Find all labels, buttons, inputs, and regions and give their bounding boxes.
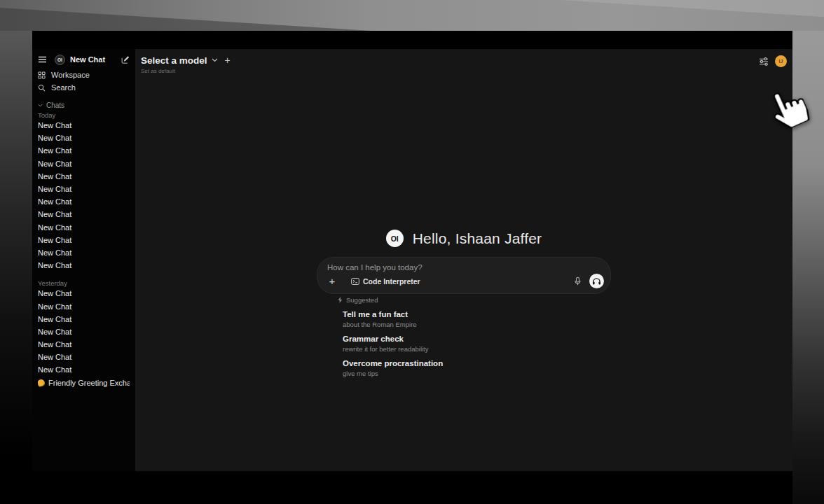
chat-item[interactable]: New Chat	[38, 338, 130, 351]
desktop-background-left	[0, 31, 32, 504]
message-composer[interactable]: + Code Interpreter	[317, 257, 611, 294]
app-logo-large: OI	[386, 230, 404, 247]
suggested-prompt-subtitle: rewrite it for better readability	[343, 345, 611, 353]
new-chat-icon[interactable]	[121, 55, 130, 64]
suggested-header: Suggested	[338, 296, 611, 304]
chats-section-toggle[interactable]: Chats	[38, 101, 130, 109]
greeting: OI Hello, Ishaan Jaffer	[135, 230, 792, 247]
chat-item[interactable]: New Chat	[38, 259, 130, 272]
chat-item[interactable]: New Chat	[38, 221, 130, 234]
app-window: OI New Chat Workspace	[32, 31, 792, 471]
suggested-prompt[interactable]: Grammar check rewrite it for better read…	[338, 335, 611, 353]
chats-section-label: Chats	[46, 102, 64, 109]
main-content: Select a model + Set as default IJ	[135, 49, 792, 471]
suggested-prompt[interactable]: Tell me a fun fact about the Roman Empir…	[338, 310, 611, 328]
top-right-controls: IJ	[759, 55, 787, 67]
screen: OI New Chat Workspace	[0, 0, 824, 504]
sidebar-item-workspace[interactable]: Workspace	[38, 69, 130, 81]
set-as-default-link[interactable]: Set as default	[141, 68, 231, 74]
greeting-text: Hello, Ishaan Jaffer	[413, 230, 542, 247]
chevron-down-icon	[38, 104, 43, 107]
window-top-bar	[32, 31, 792, 49]
chat-group-label-today: Today	[38, 111, 130, 119]
chat-list-yesterday: New ChatNew ChatNew ChatNew ChatNew Chat…	[38, 287, 130, 376]
suggested-label: Suggested	[346, 296, 378, 304]
headphones-icon	[592, 277, 601, 285]
chat-item[interactable]: New Chat	[38, 144, 130, 157]
suggested-prompt-title: Tell me a fun fact	[343, 310, 611, 319]
chat-item[interactable]: New Chat	[38, 363, 130, 376]
user-avatar[interactable]: IJ	[775, 55, 787, 67]
attach-plus-button[interactable]: +	[326, 275, 338, 287]
sidebar-item-search[interactable]: Search	[38, 81, 130, 94]
model-bar: Select a model + Set as default	[141, 55, 231, 74]
voice-call-button[interactable]	[589, 274, 604, 288]
desktop-background-right	[792, 31, 824, 504]
composer-toolbar: + Code Interpreter	[326, 274, 604, 288]
search-icon	[38, 84, 46, 92]
chat-item[interactable]: New Chat	[38, 287, 130, 300]
suggested-prompts: Suggested Tell me a fun fact about the R…	[338, 296, 611, 377]
sidebar-nav: Workspace Search	[38, 69, 130, 94]
chat-item[interactable]: New Chat	[38, 246, 130, 259]
suggested-prompt[interactable]: Overcome procrastination give me tips	[338, 359, 611, 377]
chat-item[interactable]: New Chat	[38, 158, 130, 170]
nav-label: Search	[51, 83, 76, 92]
add-model-button[interactable]: +	[225, 55, 231, 66]
code-interpreter-label: Code Interpreter	[363, 277, 420, 286]
suggested-prompt-title: Grammar check	[343, 335, 611, 344]
desktop-background-top	[0, 0, 824, 31]
chat-item[interactable]: New Chat	[38, 132, 130, 144]
controls-sliders-icon[interactable]	[759, 57, 769, 66]
bolt-icon	[338, 297, 343, 303]
chat-item-label: Friendly Greeting Exchange	[48, 379, 130, 387]
chat-item[interactable]: New Chat	[38, 300, 130, 312]
chat-item[interactable]: New Chat	[38, 326, 130, 338]
sidebar-title: New Chat	[70, 55, 121, 64]
app-logo: OI	[55, 55, 65, 65]
sidebar: OI New Chat Workspace	[32, 49, 135, 471]
chat-list-today: New ChatNew ChatNew ChatNew ChatNew Chat…	[38, 119, 130, 272]
chat-item[interactable]: New Chat	[38, 208, 130, 220]
workspace-grid-icon	[38, 71, 46, 79]
nav-label: Workspace	[51, 71, 90, 79]
chat-item[interactable]: New Chat	[38, 183, 130, 195]
suggested-list: Tell me a fun fact about the Roman Empir…	[338, 310, 611, 377]
chat-item[interactable]: New Chat	[38, 119, 130, 132]
microphone-icon[interactable]	[574, 276, 582, 286]
message-input[interactable]	[327, 263, 600, 272]
model-selector[interactable]: Select a model +	[141, 55, 231, 66]
model-selector-label: Select a model	[141, 55, 207, 66]
suggested-prompt-subtitle: about the Roman Empire	[343, 321, 611, 328]
wave-emoji	[38, 379, 46, 387]
chat-item[interactable]: New Chat	[38, 234, 130, 246]
code-interpreter-icon	[351, 278, 359, 285]
code-interpreter-toggle[interactable]: Code Interpreter	[351, 277, 420, 286]
chat-item[interactable]: New Chat	[38, 313, 130, 326]
sidebar-toggle-icon[interactable]	[38, 56, 47, 63]
chat-item-friendly-greeting[interactable]: Friendly Greeting Exchange	[38, 377, 130, 389]
window-body: OI New Chat Workspace	[32, 49, 792, 471]
chat-item[interactable]: New Chat	[38, 170, 130, 183]
sidebar-header: OI New Chat	[38, 53, 130, 66]
chat-group-label-yesterday: Yesterday	[38, 279, 130, 287]
suggested-prompt-title: Overcome procrastination	[343, 359, 611, 368]
suggested-prompt-subtitle: give me tips	[343, 370, 611, 377]
chevron-down-icon	[212, 58, 218, 62]
chat-item[interactable]: New Chat	[38, 351, 130, 363]
chat-item[interactable]: New Chat	[38, 195, 130, 208]
